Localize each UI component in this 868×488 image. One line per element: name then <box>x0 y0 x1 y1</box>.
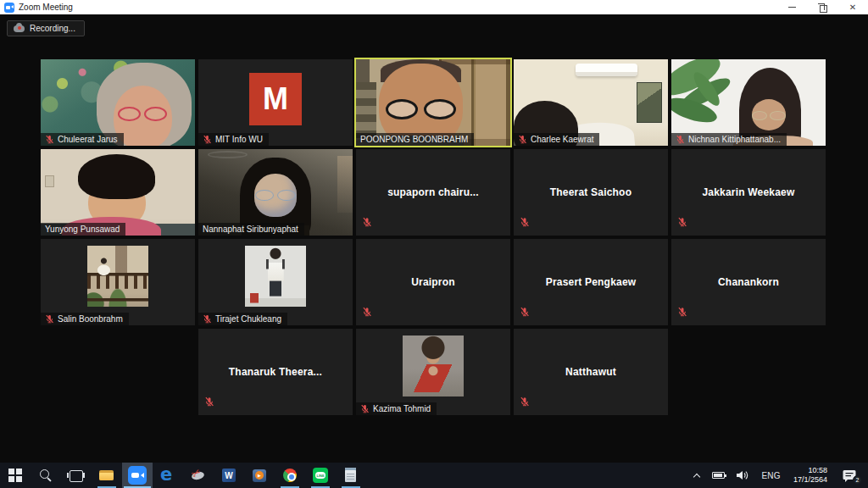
minimize-button[interactable] <box>776 0 807 14</box>
participant-name: Prasert Pengkaew <box>514 239 668 325</box>
start-icon <box>6 466 25 485</box>
taskbar-snipping-tool[interactable] <box>183 463 214 488</box>
muted-mic-indicator <box>520 215 530 230</box>
taskbar-edge[interactable] <box>153 463 183 488</box>
taskbar-clock[interactable]: 10:58 17/1/2564 <box>787 466 834 485</box>
taskbar-task-view[interactable] <box>61 463 92 488</box>
participant-name: Nichnan Kittiphattanab... <box>688 135 781 144</box>
participant-tile[interactable]: Salin Boonbrahm <box>41 239 195 325</box>
chrome-icon <box>281 466 299 485</box>
participant-tile[interactable]: supaporn chairu... <box>356 149 510 236</box>
participant-name: Kazima Tohmid <box>373 404 431 413</box>
search-icon <box>36 466 55 485</box>
tile-content: Thanaruk Theera... <box>198 329 353 415</box>
muted-mic-icon <box>520 396 530 407</box>
language-indicator[interactable]: ENG <box>755 463 787 488</box>
participant-tile[interactable]: Kazima Tohmid <box>356 329 510 415</box>
muted-mic-icon <box>203 135 212 144</box>
taskbar-search[interactable] <box>31 463 61 488</box>
zoom-app-icon <box>4 3 14 13</box>
taskbar-start[interactable] <box>0 463 31 488</box>
titlebar: Zoom Meeting <box>0 0 868 14</box>
participant-tile[interactable]: Yunyong Punsawad <box>41 149 195 236</box>
system-tray: ENG 10:58 17/1/2564 2 <box>687 463 868 488</box>
muted-mic-icon <box>204 396 214 407</box>
participant-tile[interactable]: Uraipron <box>356 239 510 325</box>
muted-mic-indicator <box>677 305 687 320</box>
window-title: Zoom Meeting <box>19 3 73 12</box>
participant-name-label: MIT Info WU <box>198 133 269 146</box>
participant-name: Theerat Saichoo <box>514 149 668 236</box>
media-player-icon <box>250 466 269 485</box>
recording-label: Recording... <box>30 24 75 33</box>
muted-mic-indicator <box>204 395 214 410</box>
word-icon <box>220 466 238 485</box>
participant-name-label: Chuleerat Jarus <box>41 133 124 146</box>
participant-name-label: Tirajet Chukleang <box>198 313 287 325</box>
participant-tile[interactable]: Prasert Pengkaew <box>514 239 668 325</box>
gallery-grid: Chuleerat JarusMMIT Info WUPOONPONG BOON… <box>41 59 826 415</box>
participant-tile[interactable]: Charlee Kaewrat <box>514 59 668 146</box>
tile-content: Jakkarin Weekaew <box>671 149 826 236</box>
participant-name: Uraipron <box>356 239 510 325</box>
participant-tile[interactable]: Thanaruk Theera... <box>198 329 353 415</box>
taskbar-chrome[interactable] <box>275 463 305 488</box>
recording-cloud-icon <box>14 25 25 32</box>
action-center-icon[interactable]: 2 <box>834 463 865 488</box>
avatar-photo <box>245 246 306 307</box>
tile-content: Kazima Tohmid <box>356 329 510 415</box>
edge-icon <box>159 466 177 485</box>
participant-tile[interactable]: Jakkarin Weekaew <box>671 149 826 236</box>
participant-name: Natthawut <box>514 329 668 415</box>
tile-content: Theerat Saichoo <box>514 149 668 236</box>
taskbar-zoom[interactable] <box>122 463 153 488</box>
taskbar-media-player[interactable] <box>244 463 275 488</box>
meeting-client-area: Recording... Chuleerat JarusMMIT Info WU… <box>0 14 868 463</box>
avatar-photo <box>87 246 148 307</box>
speaker-icon[interactable] <box>731 463 755 488</box>
participant-name-label: Kazima Tohmid <box>356 402 437 415</box>
muted-mic-indicator <box>362 305 372 320</box>
close-button[interactable] <box>837 0 868 14</box>
muted-mic-indicator <box>520 395 530 410</box>
participant-name: MIT Info WU <box>215 135 263 144</box>
muted-mic-icon <box>520 217 530 227</box>
tile-content: Uraipron <box>356 239 510 325</box>
restore-button[interactable] <box>807 0 837 14</box>
battery-icon[interactable] <box>706 463 731 488</box>
taskbar-notepad[interactable] <box>336 463 366 488</box>
participant-tile[interactable]: Tirajet Chukleang <box>198 239 353 325</box>
clock-date: 17/1/2564 <box>793 475 827 485</box>
tile-content: Nichnan Kittiphattanab... <box>671 59 826 146</box>
muted-mic-icon <box>676 135 685 144</box>
taskbar: ENG 10:58 17/1/2564 2 <box>0 463 868 488</box>
window-controls <box>776 0 868 14</box>
snipping-tool-icon <box>189 466 208 485</box>
participant-tile[interactable]: Natthawut <box>514 329 668 415</box>
participant-name: Chuleerat Jarus <box>58 135 118 144</box>
muted-mic-indicator <box>677 215 687 230</box>
participant-tile[interactable]: Chanankorn <box>671 239 826 325</box>
taskbar-items <box>0 463 366 488</box>
participant-tile[interactable]: Chuleerat Jarus <box>41 59 195 146</box>
tile-content: Tirajet Chukleang <box>198 239 353 325</box>
avatar-photo <box>403 336 464 396</box>
participant-tile[interactable]: Theerat Saichoo <box>514 149 668 236</box>
participant-name-label: Nannaphat Siribunyaphat <box>198 223 304 236</box>
recording-indicator[interactable]: Recording... <box>7 20 85 36</box>
tray-chevron-icon[interactable] <box>687 463 706 488</box>
taskbar-file-explorer[interactable] <box>92 463 122 488</box>
clock-time: 10:58 <box>808 466 827 475</box>
tile-content: Nannaphat Siribunyaphat <box>198 149 353 236</box>
muted-mic-icon <box>677 307 687 317</box>
muted-mic-icon <box>360 404 370 413</box>
taskbar-word[interactable] <box>214 463 244 488</box>
participant-name: Yunyong Punsawad <box>45 225 120 234</box>
participant-tile[interactable]: Nichnan Kittiphattanab... <box>671 59 826 146</box>
participant-tile[interactable]: POONPONG BOONBRAHM <box>356 59 510 146</box>
taskbar-line[interactable] <box>305 463 336 488</box>
participant-tile[interactable]: Nannaphat Siribunyaphat <box>198 149 353 236</box>
notepad-icon <box>342 466 360 485</box>
participant-tile[interactable]: MMIT Info WU <box>198 59 353 146</box>
tile-content: MMIT Info WU <box>198 59 353 146</box>
